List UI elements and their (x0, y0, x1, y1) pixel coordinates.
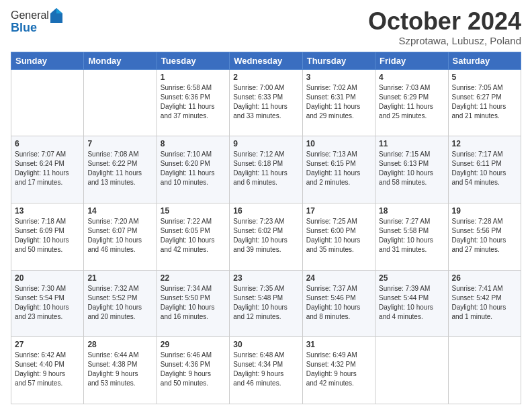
cell-content: Sunrise: 7:03 AM Sunset: 6:29 PM Dayligh… (379, 83, 444, 121)
day-number: 30 (233, 340, 298, 349)
day-number: 25 (379, 273, 444, 283)
day-number: 20 (15, 273, 80, 283)
day-number: 14 (87, 206, 152, 216)
table-cell: 1Sunrise: 6:58 AM Sunset: 6:36 PM Daylig… (157, 69, 229, 136)
day-number: 7 (87, 139, 152, 148)
table-cell: 21Sunrise: 7:32 AM Sunset: 5:52 PM Dayli… (84, 270, 157, 337)
table-cell: 19Sunrise: 7:28 AM Sunset: 5:56 PM Dayli… (448, 203, 521, 270)
svg-marker-1 (56, 8, 62, 13)
calendar-week-1: 1Sunrise: 6:58 AM Sunset: 6:36 PM Daylig… (11, 69, 521, 136)
cell-content: Sunrise: 6:58 AM Sunset: 6:36 PM Dayligh… (161, 83, 226, 121)
logo: General Blue (11, 8, 62, 35)
day-number: 11 (379, 139, 444, 148)
cell-content: Sunrise: 7:35 AM Sunset: 5:48 PM Dayligh… (233, 284, 298, 322)
header: General Blue October 2024 Szprotawa, Lub… (11, 8, 521, 46)
cell-content: Sunrise: 7:22 AM Sunset: 6:05 PM Dayligh… (161, 217, 226, 255)
col-monday: Monday (84, 52, 157, 69)
col-friday: Friday (375, 52, 448, 69)
day-number: 27 (15, 340, 80, 349)
day-number: 5 (452, 73, 517, 82)
cell-content: Sunrise: 7:17 AM Sunset: 6:11 PM Dayligh… (452, 150, 517, 187)
cell-content: Sunrise: 7:05 AM Sunset: 6:27 PM Dayligh… (452, 83, 517, 121)
day-number: 6 (15, 139, 80, 148)
cell-content: Sunrise: 7:28 AM Sunset: 5:56 PM Dayligh… (452, 217, 517, 255)
day-number: 13 (15, 206, 80, 216)
table-cell: 3Sunrise: 7:02 AM Sunset: 6:31 PM Daylig… (302, 69, 375, 136)
month-title: October 2024 (368, 8, 521, 35)
table-cell: 14Sunrise: 7:20 AM Sunset: 6:07 PM Dayli… (84, 203, 157, 270)
title-block: October 2024 Szprotawa, Lubusz, Poland (368, 8, 521, 46)
table-cell: 10Sunrise: 7:13 AM Sunset: 6:15 PM Dayli… (302, 136, 375, 203)
table-cell: 6Sunrise: 7:07 AM Sunset: 6:24 PM Daylig… (11, 136, 84, 203)
day-number: 29 (161, 340, 226, 349)
day-number: 9 (233, 139, 298, 148)
table-cell: 8Sunrise: 7:10 AM Sunset: 6:20 PM Daylig… (157, 136, 229, 203)
cell-content: Sunrise: 7:08 AM Sunset: 6:22 PM Dayligh… (87, 150, 152, 187)
day-number: 3 (306, 73, 371, 82)
calendar-week-5: 27Sunrise: 6:42 AM Sunset: 4:40 PM Dayli… (11, 337, 521, 404)
day-number: 21 (87, 273, 152, 283)
cell-content: Sunrise: 7:13 AM Sunset: 6:15 PM Dayligh… (306, 150, 371, 187)
col-tuesday: Tuesday (157, 52, 229, 69)
calendar-week-4: 20Sunrise: 7:30 AM Sunset: 5:54 PM Dayli… (11, 270, 521, 337)
col-sunday: Sunday (11, 52, 84, 69)
table-cell: 22Sunrise: 7:34 AM Sunset: 5:50 PM Dayli… (157, 270, 229, 337)
location: Szprotawa, Lubusz, Poland (368, 35, 521, 46)
logo-general-text: General (11, 9, 49, 21)
table-cell: 17Sunrise: 7:25 AM Sunset: 6:00 PM Dayli… (302, 203, 375, 270)
table-cell (84, 69, 157, 136)
day-number: 22 (161, 273, 226, 283)
day-number: 2 (233, 73, 298, 82)
table-cell: 18Sunrise: 7:27 AM Sunset: 5:58 PM Dayli… (375, 203, 448, 270)
table-cell: 31Sunrise: 6:49 AM Sunset: 4:32 PM Dayli… (302, 337, 375, 404)
cell-content: Sunrise: 7:10 AM Sunset: 6:20 PM Dayligh… (161, 150, 226, 187)
cell-content: Sunrise: 7:32 AM Sunset: 5:52 PM Dayligh… (87, 284, 152, 322)
day-number: 26 (452, 273, 517, 283)
table-cell (448, 337, 521, 404)
cell-content: Sunrise: 7:12 AM Sunset: 6:18 PM Dayligh… (233, 150, 298, 187)
cell-content: Sunrise: 7:20 AM Sunset: 6:07 PM Dayligh… (87, 217, 152, 255)
cell-content: Sunrise: 6:49 AM Sunset: 4:32 PM Dayligh… (306, 351, 371, 388)
table-cell: 12Sunrise: 7:17 AM Sunset: 6:11 PM Dayli… (448, 136, 521, 203)
calendar-header-row: Sunday Monday Tuesday Wednesday Thursday… (11, 52, 521, 69)
table-cell: 25Sunrise: 7:39 AM Sunset: 5:44 PM Dayli… (375, 270, 448, 337)
table-cell (11, 69, 84, 136)
table-cell: 13Sunrise: 7:18 AM Sunset: 6:09 PM Dayli… (11, 203, 84, 270)
table-cell (375, 337, 448, 404)
cell-content: Sunrise: 7:15 AM Sunset: 6:13 PM Dayligh… (379, 150, 444, 187)
table-cell: 24Sunrise: 7:37 AM Sunset: 5:46 PM Dayli… (302, 270, 375, 337)
table-cell: 28Sunrise: 6:44 AM Sunset: 4:38 PM Dayli… (84, 337, 157, 404)
table-cell: 29Sunrise: 6:46 AM Sunset: 4:36 PM Dayli… (157, 337, 229, 404)
cell-content: Sunrise: 7:02 AM Sunset: 6:31 PM Dayligh… (306, 83, 371, 121)
table-cell: 2Sunrise: 7:00 AM Sunset: 6:33 PM Daylig… (230, 69, 302, 136)
table-cell: 4Sunrise: 7:03 AM Sunset: 6:29 PM Daylig… (375, 69, 448, 136)
day-number: 18 (379, 206, 444, 216)
table-cell: 11Sunrise: 7:15 AM Sunset: 6:13 PM Dayli… (375, 136, 448, 203)
day-number: 28 (87, 340, 152, 349)
cell-content: Sunrise: 7:18 AM Sunset: 6:09 PM Dayligh… (15, 217, 80, 255)
cell-content: Sunrise: 6:46 AM Sunset: 4:36 PM Dayligh… (161, 351, 226, 388)
cell-content: Sunrise: 7:30 AM Sunset: 5:54 PM Dayligh… (15, 284, 80, 322)
table-cell: 23Sunrise: 7:35 AM Sunset: 5:48 PM Dayli… (230, 270, 302, 337)
table-cell: 16Sunrise: 7:23 AM Sunset: 6:02 PM Dayli… (230, 203, 302, 270)
day-number: 17 (306, 206, 371, 216)
cell-content: Sunrise: 7:27 AM Sunset: 5:58 PM Dayligh… (379, 217, 444, 255)
calendar-table: Sunday Monday Tuesday Wednesday Thursday… (11, 52, 521, 404)
calendar-week-2: 6Sunrise: 7:07 AM Sunset: 6:24 PM Daylig… (11, 136, 521, 203)
day-number: 24 (306, 273, 371, 283)
table-cell: 5Sunrise: 7:05 AM Sunset: 6:27 PM Daylig… (448, 69, 521, 136)
table-cell: 9Sunrise: 7:12 AM Sunset: 6:18 PM Daylig… (230, 136, 302, 203)
cell-content: Sunrise: 6:42 AM Sunset: 4:40 PM Dayligh… (15, 351, 80, 388)
col-thursday: Thursday (302, 52, 375, 69)
table-cell: 15Sunrise: 7:22 AM Sunset: 6:05 PM Dayli… (157, 203, 229, 270)
cell-content: Sunrise: 7:41 AM Sunset: 5:42 PM Dayligh… (452, 284, 517, 322)
day-number: 12 (452, 139, 517, 148)
cell-content: Sunrise: 7:25 AM Sunset: 6:00 PM Dayligh… (306, 217, 371, 255)
cell-content: Sunrise: 6:48 AM Sunset: 4:34 PM Dayligh… (233, 351, 298, 388)
cell-content: Sunrise: 7:23 AM Sunset: 6:02 PM Dayligh… (233, 217, 298, 255)
logo-blue-text: Blue (11, 21, 62, 35)
cell-content: Sunrise: 6:44 AM Sunset: 4:38 PM Dayligh… (87, 351, 152, 388)
cell-content: Sunrise: 7:00 AM Sunset: 6:33 PM Dayligh… (233, 83, 298, 121)
table-cell: 26Sunrise: 7:41 AM Sunset: 5:42 PM Dayli… (448, 270, 521, 337)
day-number: 31 (306, 340, 371, 349)
